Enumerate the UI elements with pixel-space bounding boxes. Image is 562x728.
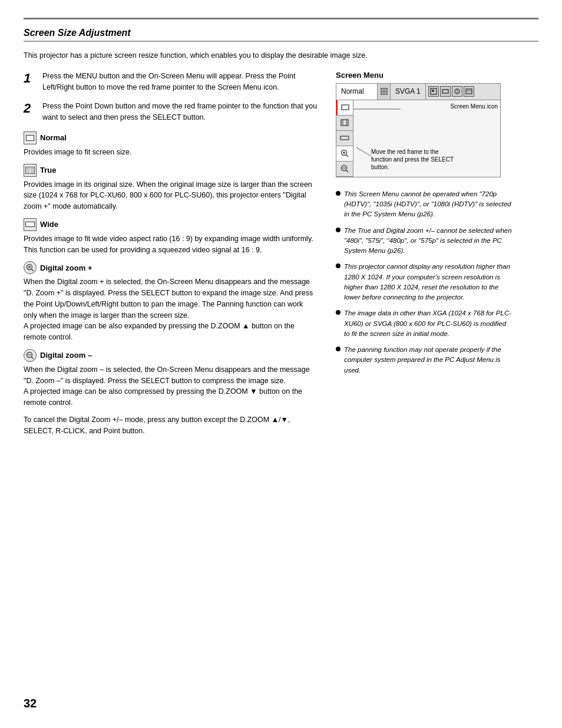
digital-zoom-minus-label: Digital zoom –: [40, 351, 92, 360]
menu-icon-4: [464, 86, 474, 97]
svg-line-6: [32, 357, 34, 359]
menu-content-area: Screen Menu icon Move the red frame to t…: [336, 100, 500, 177]
true-desc: Provides image in its original size. Whe…: [24, 179, 318, 212]
cancel-note: To cancel the Digital Zoom +/– mode, pre…: [24, 414, 318, 437]
svg-rect-20: [340, 136, 349, 140]
menu-left-dzoom-plus: [336, 146, 353, 162]
menu-icon-2: [440, 86, 451, 97]
item-dzoom-plus-header: Digital zoom +: [24, 261, 318, 274]
note-text: The image data in other than XGA (1024 x…: [344, 308, 513, 339]
true-label: True: [40, 166, 56, 174]
svg-line-3: [32, 269, 34, 272]
svg-rect-19: [346, 120, 348, 126]
svg-line-29: [356, 147, 371, 156]
item-normal: Normal Provides image to fit screen size…: [24, 131, 318, 158]
note-text: This projector cannot display any resolu…: [344, 262, 513, 302]
step-1: 1 Press the MENU button and the On-Scree…: [24, 71, 318, 93]
menu-icons-cell: [426, 86, 477, 97]
note-text: The True and Digital zoom +/– cannot be …: [344, 226, 513, 256]
digital-zoom-plus-desc: When the Digital zoom + is selected, the…: [24, 276, 318, 343]
normal-label: Normal: [40, 133, 67, 142]
item-digital-zoom-plus: Digital zoom + When the Digital zoom + i…: [24, 261, 318, 343]
note-item: The image data in other than XGA (1024 x…: [336, 308, 513, 339]
screen-menu-label: Screen Menu: [336, 71, 513, 80]
notes-section: This Screen Menu cannot be operated when…: [336, 189, 513, 375]
menu-left-dzoom-minus: [336, 162, 353, 177]
svg-rect-10: [432, 90, 434, 92]
item-normal-header: Normal: [24, 131, 318, 144]
page-title: Screen Size Adjustment: [24, 28, 538, 42]
svg-line-24: [346, 155, 349, 157]
screen-menu-diagram: Normal SVGA 1: [336, 83, 501, 177]
item-digital-zoom-minus: Digital zoom – When the Digital zoom – i…: [24, 349, 318, 409]
digital-zoom-minus-icon: [24, 349, 37, 362]
note-item: This Screen Menu cannot be operated when…: [336, 189, 513, 220]
item-wide: Wide Provides image to fit wide video as…: [24, 218, 318, 256]
note-text: The panning function may not operate pro…: [344, 345, 513, 375]
right-column: Screen Menu Normal SVGA 1: [336, 71, 513, 443]
note-bullet: [336, 347, 340, 351]
note-text: This Screen Menu cannot be operated when…: [344, 189, 513, 220]
note-bullet: [336, 191, 340, 196]
wide-label: Wide: [40, 220, 58, 229]
digital-zoom-minus-desc: When the Digital zoom – is selected, the…: [24, 364, 318, 409]
menu-left-true: [336, 116, 353, 131]
note-bullet: [336, 228, 340, 232]
note-bullet: [336, 263, 340, 268]
svg-rect-18: [341, 120, 343, 126]
svg-rect-16: [342, 105, 349, 110]
item-dzoom-minus-header: Digital zoom –: [24, 349, 318, 362]
intro-text: This projector has a picture screen resi…: [24, 50, 538, 61]
wide-desc: Provides image to fit wide video aspect …: [24, 233, 318, 256]
menu-left-wide: [336, 131, 353, 146]
step-2-text: Press the Point Down button and move the…: [42, 101, 318, 123]
wide-icon: [24, 218, 37, 231]
menu-icon-1: [428, 86, 439, 97]
menu-normal-text: Normal: [341, 87, 364, 95]
item-true: True Provides image in its original size…: [24, 164, 318, 212]
note-item: The panning function may not operate pro…: [336, 345, 513, 375]
note-item: This projector cannot display any resolu…: [336, 262, 513, 302]
menu-normal-cell: Normal: [336, 84, 378, 100]
true-icon: [24, 164, 37, 177]
menu-top-bar: Normal SVGA 1: [336, 84, 500, 100]
item-wide-header: Wide: [24, 218, 318, 231]
menu-separator-icon: [378, 84, 391, 100]
note-item: The True and Digital zoom +/– cannot be …: [336, 226, 513, 256]
normal-desc: Provides image to fit screen size.: [24, 147, 318, 158]
svg-rect-11: [442, 90, 448, 93]
normal-icon: [24, 131, 37, 144]
step-2-number: 2: [24, 101, 37, 123]
svg-line-27: [346, 170, 349, 173]
step-1-number: 1: [24, 71, 37, 93]
svg-rect-14: [466, 89, 472, 94]
step-1-text: Press the MENU button and the On-Screen …: [42, 71, 318, 93]
menu-svga-cell: SVGA 1: [391, 84, 426, 100]
menu-left-normal: [336, 100, 353, 116]
menu-annotations: Screen Menu icon Move the red frame to t…: [353, 100, 500, 177]
digital-zoom-plus-icon: [24, 261, 37, 274]
note-bullet: [336, 310, 340, 315]
digital-zoom-plus-label: Digital zoom +: [40, 263, 92, 272]
page-number: 32: [24, 697, 37, 710]
menu-svga-text: SVGA 1: [395, 87, 421, 95]
left-column: 1 Press the MENU button and the On-Scree…: [24, 71, 318, 443]
page: Screen Size Adjustment This projector ha…: [0, 0, 562, 728]
svg-rect-8: [382, 90, 386, 93]
annotation-arrows: [353, 100, 500, 177]
menu-left-icons: [336, 100, 353, 177]
menu-icon-3: [452, 86, 462, 97]
step-2: 2 Press the Point Down button and move t…: [24, 101, 318, 123]
main-content: 1 Press the MENU button and the On-Scree…: [24, 71, 538, 443]
item-true-header: True: [24, 164, 318, 177]
